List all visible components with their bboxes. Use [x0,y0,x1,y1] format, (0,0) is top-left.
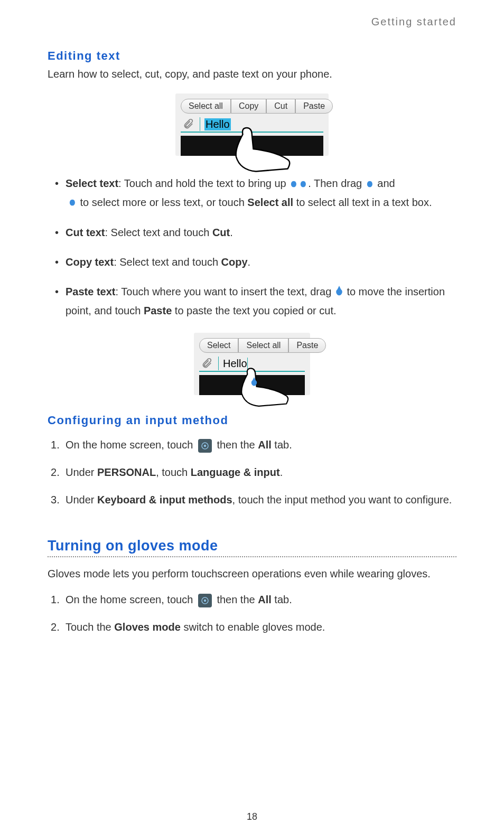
settings-icon [198,594,212,607]
selection-handle-left-icon [289,175,298,193]
page-number: 18 [0,811,504,822]
finger-icon [217,120,296,178]
paperclip-icon [181,117,195,132]
intro-gloves: Gloves mode lets you perform touchscreen… [48,568,456,580]
page: Getting started Editing text Learn how t… [0,0,504,833]
fig2-btn-paste: Paste [288,338,326,353]
fig1-btn-copy: Copy [231,99,266,114]
config-step-2: Under PERSONAL, touch Language & input. [48,463,456,481]
fig2-btn-select: Select [199,338,238,353]
heading-gloves-mode: Turning on gloves mode [48,538,456,554]
fig1-btn-cut: Cut [266,99,295,114]
config-step-3: Under Keyboard & input methods, touch th… [48,491,456,509]
bullet-select-text: Select text: Touch and hold the text to … [48,174,456,212]
paperclip-icon [199,356,214,371]
intro-editing-text: Learn how to select, cut, copy, and past… [48,68,456,80]
bullet-cut-text: Cut text: Select text and touch Cut. [48,223,456,241]
selection-handle-right-icon [68,194,77,212]
running-header: Getting started [48,16,456,28]
finger-icon [225,360,293,413]
settings-icon [198,439,212,453]
gloves-step-1: On the home screen, touch then the All t… [48,591,456,609]
heading-editing-text: Editing text [48,49,456,63]
selection-handle-right-icon [298,175,308,193]
fig1-btn-select-all: Select all [181,99,231,114]
bullet-paste-text: Paste text: Touch where you want to inse… [48,283,456,320]
fig1-btn-paste: Paste [295,99,333,114]
svg-point-3 [204,600,207,602]
figure-2: Select Select all Paste Hello [48,333,456,395]
config-step-1: On the home screen, touch then the All t… [48,436,456,454]
gloves-step-2: Touch the Gloves mode switch to enable g… [48,618,456,636]
bullet-copy-text: Copy text: Select text and touch Copy. [48,253,456,271]
selection-handle-left-icon [365,175,375,193]
section-divider [48,556,456,557]
figure-1: Select all Copy Cut Paste Hello [48,93,456,156]
fig2-btn-select-all: Select all [238,338,288,353]
insertion-handle-icon [250,377,258,389]
heading-configuring: Configuring an input method [48,414,456,427]
svg-point-1 [204,445,207,447]
insertion-handle-icon [334,284,344,302]
